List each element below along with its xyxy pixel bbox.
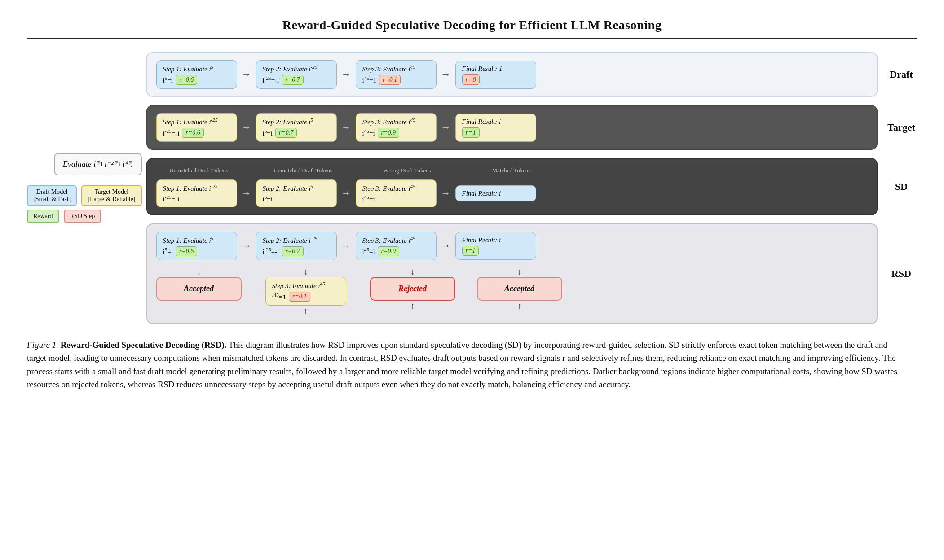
legend-row-1: Draft Model[Small & Fast] Target Model[L…	[27, 185, 142, 206]
rsd-accepted-2: Accepted	[477, 277, 562, 301]
sd-row-container: Unmatched Draft Tokens Unmatched Draft T…	[146, 158, 918, 215]
draft-step-3: Step 3: Evaluate i45 i45=1 r=0.1	[356, 60, 437, 89]
sd-col-label-2: Unmatched Draft Tokens	[260, 166, 346, 174]
rsd-step-2: Step 2: Evaluate i-25 i-25=-i r=0.7	[256, 232, 337, 260]
page-title: Reward-Guided Speculative Decoding for E…	[27, 18, 917, 39]
rsd-row-container: Step 1: Evaluate i5 i5=i r=0.6 → Step 2:…	[146, 223, 918, 324]
draft-panel: Step 1: Evaluate i5 i5=i r=0.6 → Step 2:…	[146, 52, 878, 97]
sd-steps-row: Step 1: Evaluate i-25 i-25=-i → Step 2: …	[156, 179, 868, 207]
problem-box: Evaluate i⁵+i⁻²⁵+i⁴⁵.	[54, 153, 142, 175]
target-label: Target	[886, 122, 917, 133]
draft-step-1: Step 1: Evaluate i5 i5=i r=0.6	[156, 60, 237, 89]
rsd-step-3: Step 3: Evaluate i45 i45=i r=0.9	[356, 232, 437, 260]
caption-title-bold: Reward-Guided Speculative Decoding (RSD)…	[61, 340, 226, 350]
target-arrow-1: →	[242, 122, 251, 133]
sd-arrow-2: →	[341, 188, 351, 199]
rsd-col-4: ↓ Accepted ↑	[477, 267, 562, 311]
target-step-3: Step 3: Evaluate i45 i45=i r=0.9	[356, 113, 437, 142]
legend-area: Draft Model[Small & Fast] Target Model[L…	[27, 185, 142, 223]
rows-area: Step 1: Evaluate i5 i5=i r=0.6 → Step 2:…	[146, 52, 918, 324]
draft-step-2: Step 2: Evaluate i-25 i-25=-i r=0.7	[256, 60, 337, 89]
rsd-col-3: ↓ Rejected ↑	[370, 267, 455, 311]
rsd-arrow-1: →	[242, 240, 251, 252]
rsd-panel: Step 1: Evaluate i5 i5=i r=0.6 → Step 2:…	[146, 223, 878, 324]
caption-figure-label: Figure 1.	[27, 340, 58, 350]
target-step-2: Step 2: Evaluate i5 i5=i r=0.7	[256, 113, 337, 142]
sd-arrow-3: →	[441, 188, 451, 199]
rsd-arrow-2: →	[341, 240, 351, 252]
rsd-bottom-row: ↓ Accepted ↓ Step 3: Evaluate i45	[156, 267, 868, 316]
legend-draft-model: Draft Model[Small & Fast]	[27, 185, 77, 206]
sd-step-1: Step 1: Evaluate i-25 i-25=-i	[156, 179, 237, 207]
sd-step-2: Step 2: Evaluate i5 i5=i	[256, 179, 337, 207]
caption-area: Figure 1. Reward-Guided Speculative Deco…	[27, 338, 903, 391]
arrow-3: →	[441, 69, 451, 80]
sd-panel: Unmatched Draft Tokens Unmatched Draft T…	[146, 158, 878, 215]
caption-text: Figure 1. Reward-Guided Speculative Deco…	[27, 338, 903, 391]
rsd-final: Final Result: i r=1	[455, 232, 536, 260]
arrow-2: →	[341, 69, 351, 80]
target-panel: Step 1: Evaluate i-25 i-25=-i r=0.6 → St…	[146, 105, 878, 150]
left-panel: Evaluate i⁵+i⁻²⁵+i⁴⁵. Draft Model[Small …	[27, 52, 146, 324]
diagram-area: Evaluate i⁵+i⁻²⁵+i⁴⁵. Draft Model[Small …	[27, 52, 917, 324]
sd-label-row: Unmatched Draft Tokens Unmatched Draft T…	[156, 166, 868, 176]
arrow-1: →	[242, 69, 251, 80]
target-step-1: Step 1: Evaluate i-25 i-25=-i r=0.6	[156, 113, 237, 142]
rsd-rejected: Rejected	[370, 277, 455, 301]
draft-final: Final Result: 1 r=0	[455, 61, 536, 89]
draft-steps-row: Step 1: Evaluate i5 i5=i r=0.6 → Step 2:…	[156, 60, 868, 89]
rsd-step-1: Step 1: Evaluate i5 i5=i r=0.6	[156, 232, 237, 260]
target-arrow-3: →	[441, 122, 451, 133]
legend-target-model: Target Model[Large & Reliable]	[81, 185, 141, 206]
draft-row-container: Step 1: Evaluate i5 i5=i r=0.6 → Step 2:…	[146, 52, 918, 97]
rsd-col-2: ↓ Step 3: Evaluate i45 i45=1 r=0.1 ↑	[263, 267, 348, 316]
target-final: Final Result: i r=1	[455, 114, 536, 142]
rsd-accepted-1: Accepted	[156, 277, 242, 301]
sd-col-label-3: Wrong Draft Tokens	[365, 166, 450, 174]
legend-reward: Reward	[27, 210, 59, 223]
rsd-col-1: ↓ Accepted	[156, 267, 242, 301]
legend-row-2: Reward RSD Step	[27, 210, 142, 223]
rsd-step-extra: Step 3: Evaluate i45 i45=1 r=0.1	[265, 277, 346, 306]
sd-col-label-4: Matched Tokens	[469, 166, 554, 174]
target-arrow-2: →	[341, 122, 351, 133]
sd-final: Final Result: i	[455, 185, 536, 201]
rsd-arrow-3: →	[441, 240, 451, 252]
sd-label: SD	[886, 181, 917, 192]
draft-label: Draft	[886, 69, 917, 80]
sd-arrow-1: →	[242, 188, 251, 199]
sd-step-3: Step 3: Evaluate i45 i45=i	[356, 179, 437, 207]
target-steps-row: Step 1: Evaluate i-25 i-25=-i r=0.6 → St…	[156, 113, 868, 142]
legend-rsd-step: RSD Step	[64, 210, 101, 223]
sd-col-label-1: Unmatched Draft Tokens	[156, 166, 242, 174]
target-row-container: Step 1: Evaluate i-25 i-25=-i r=0.6 → St…	[146, 105, 918, 150]
rsd-label: RSD	[886, 268, 917, 280]
rsd-steps-row: Step 1: Evaluate i5 i5=i r=0.6 → Step 2:…	[156, 232, 868, 260]
